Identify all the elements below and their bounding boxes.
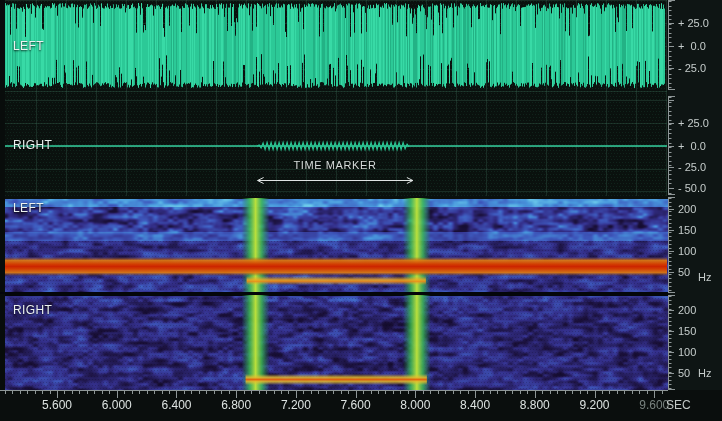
- amplitude-tick-label: - 25.0: [678, 62, 706, 74]
- time-tick-label: 5.600: [42, 398, 72, 412]
- frequency-tick-label: 200: [678, 304, 696, 316]
- waveform-right-canvas[interactable]: [0, 92, 668, 196]
- frequency-unit-label: Hz: [698, 367, 711, 379]
- time-marker-label: TIME MARKER: [270, 159, 400, 171]
- time-tick-label: 7.200: [281, 398, 311, 412]
- frequency-tick-label: 100: [678, 245, 696, 257]
- frequency-tick-label: 150: [678, 224, 696, 236]
- audio-editor-window: LEFT RIGHT LEFT RIGHT TIME MARKER + 25.0…: [0, 0, 722, 421]
- time-tick-label: 8.400: [460, 398, 490, 412]
- amplitude-tick-label: + 25.0: [678, 117, 709, 129]
- channel-label-spectrogram-left: LEFT: [13, 201, 44, 215]
- time-tick-label: 6.400: [161, 398, 191, 412]
- amplitude-tick-label: + 0.0: [678, 140, 706, 152]
- channel-label-spectrogram-right: RIGHT: [13, 303, 52, 317]
- amplitude-tick-label: - 50.0: [678, 182, 706, 194]
- frequency-unit-label: Hz: [698, 271, 711, 283]
- time-tick-label: 7.600: [341, 398, 371, 412]
- time-tick-label: 6.800: [221, 398, 251, 412]
- time-tick-label: 9.600: [639, 398, 669, 412]
- frequency-tick-label: 100: [678, 346, 696, 358]
- amplitude-tick-label: + 25.0: [678, 17, 709, 29]
- time-tick-label: 8.000: [400, 398, 430, 412]
- spectrogram-left-canvas[interactable]: [0, 196, 668, 294]
- waveform-left-canvas[interactable]: [0, 0, 668, 92]
- time-unit-label: SEC: [666, 398, 691, 412]
- frequency-tick-label: 50: [678, 266, 690, 278]
- time-tick-label: 6.000: [102, 398, 132, 412]
- amplitude-tick-label: + 0.0: [678, 40, 706, 52]
- time-tick-label: 8.800: [520, 398, 550, 412]
- time-tick-label: 9.200: [579, 398, 609, 412]
- frequency-tick-label: 150: [678, 325, 696, 337]
- spectrogram-right-canvas[interactable]: [0, 294, 668, 390]
- amplitude-tick-label: - 25.0: [678, 161, 706, 173]
- frequency-tick-label: 50: [678, 367, 690, 379]
- frequency-tick-label: 200: [678, 203, 696, 215]
- channel-label-waveform-left: LEFT: [13, 39, 44, 53]
- channel-label-waveform-right: RIGHT: [13, 138, 52, 152]
